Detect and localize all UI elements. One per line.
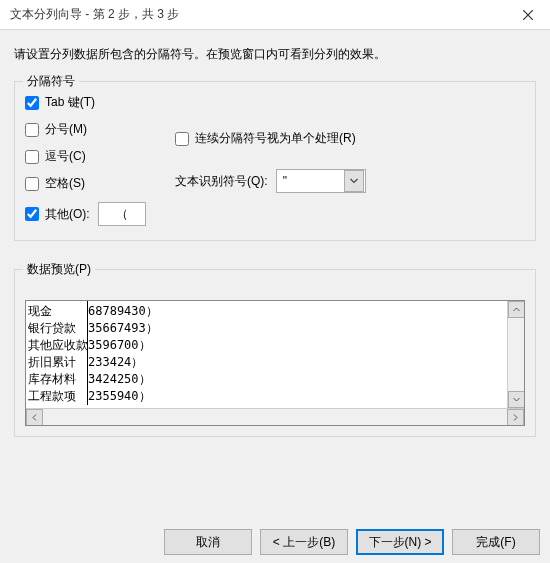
text-qualifier-select[interactable]: " xyxy=(276,169,366,193)
tab-checkbox-label[interactable]: Tab 键(T) xyxy=(25,94,165,111)
chevron-right-icon xyxy=(513,414,518,421)
space-checkbox[interactable] xyxy=(25,177,39,191)
consecutive-checkbox-text: 连续分隔符号视为单个处理(R) xyxy=(195,130,356,147)
preview-table: 现金 银行贷款 其他应收款 折旧累计 库存材料 工程款项 68789430） 3… xyxy=(26,301,524,405)
text-qualifier-row: 文本识别符号(Q): " xyxy=(175,169,525,193)
other-checkbox-text: 其他(O): xyxy=(45,206,90,223)
delimiters-left-column: Tab 键(T) 分号(M) 逗号(C) 空格(S) xyxy=(25,94,165,226)
instruction-text: 请设置分列数据所包含的分隔符号。在预览窗口内可看到分列的效果。 xyxy=(14,46,536,63)
preview-column-1: 68789430） 35667493） 3596700） 233424） 342… xyxy=(88,301,524,405)
preview-horizontal-scrollbar[interactable] xyxy=(26,408,524,425)
other-checkbox-label[interactable]: 其他(O): xyxy=(25,206,90,223)
chevron-down-icon xyxy=(513,397,520,402)
text-qualifier-dropdown-button[interactable] xyxy=(344,170,364,192)
comma-checkbox[interactable] xyxy=(25,150,39,164)
cancel-button[interactable]: 取消 xyxy=(164,529,252,555)
consecutive-checkbox-label[interactable]: 连续分隔符号视为单个处理(R) xyxy=(175,130,525,147)
scroll-down-button[interactable] xyxy=(508,391,525,408)
delimiters-group: 分隔符号 Tab 键(T) 分号(M) 逗号(C) 空格(S) xyxy=(14,81,536,241)
preview-legend: 数据预览(P) xyxy=(23,261,95,278)
preview-box: 现金 银行贷款 其他应收款 折旧累计 库存材料 工程款项 68789430） 3… xyxy=(25,300,525,426)
preview-column-0: 现金 银行贷款 其他应收款 折旧累计 库存材料 工程款项 xyxy=(26,301,88,405)
text-qualifier-value: " xyxy=(277,174,343,188)
chevron-down-icon xyxy=(350,178,358,184)
title-bar: 文本分列向导 - 第 2 步，共 3 步 xyxy=(0,0,550,30)
comma-checkbox-label[interactable]: 逗号(C) xyxy=(25,148,165,165)
chevron-left-icon xyxy=(32,414,37,421)
space-checkbox-label[interactable]: 空格(S) xyxy=(25,175,165,192)
comma-checkbox-text: 逗号(C) xyxy=(45,148,86,165)
preview-group: 数据预览(P) 现金 银行贷款 其他应收款 折旧累计 库存材料 工程款项 687… xyxy=(14,269,536,437)
tab-checkbox[interactable] xyxy=(25,96,39,110)
other-checkbox[interactable] xyxy=(25,207,39,221)
scroll-right-button[interactable] xyxy=(507,409,524,426)
text-qualifier-label: 文本识别符号(Q): xyxy=(175,173,268,190)
consecutive-checkbox[interactable] xyxy=(175,132,189,146)
close-icon xyxy=(523,10,533,20)
delimiters-legend: 分隔符号 xyxy=(23,73,79,90)
scroll-up-button[interactable] xyxy=(508,301,525,318)
dialog-content: 请设置分列数据所包含的分隔符号。在预览窗口内可看到分列的效果。 分隔符号 Tab… xyxy=(0,30,550,463)
finish-button[interactable]: 完成(F) xyxy=(452,529,540,555)
window-title: 文本分列向导 - 第 2 步，共 3 步 xyxy=(10,6,506,23)
semicolon-checkbox-label[interactable]: 分号(M) xyxy=(25,121,165,138)
semicolon-checkbox-text: 分号(M) xyxy=(45,121,87,138)
space-checkbox-text: 空格(S) xyxy=(45,175,85,192)
next-button[interactable]: 下一步(N) > xyxy=(356,529,444,555)
scroll-left-button[interactable] xyxy=(26,409,43,426)
tab-checkbox-text: Tab 键(T) xyxy=(45,94,95,111)
chevron-up-icon xyxy=(513,307,520,312)
button-row: 取消 < 上一步(B) 下一步(N) > 完成(F) xyxy=(164,529,540,555)
semicolon-checkbox[interactable] xyxy=(25,123,39,137)
other-delimiter-input[interactable] xyxy=(98,202,146,226)
back-button[interactable]: < 上一步(B) xyxy=(260,529,348,555)
delimiters-right-column: 连续分隔符号视为单个处理(R) 文本识别符号(Q): " xyxy=(165,94,525,226)
preview-vertical-scrollbar[interactable] xyxy=(507,301,524,408)
close-button[interactable] xyxy=(506,0,550,30)
